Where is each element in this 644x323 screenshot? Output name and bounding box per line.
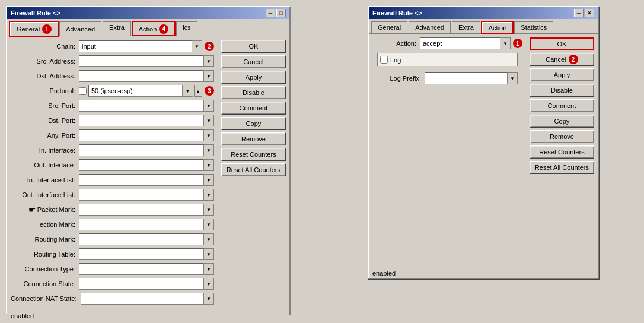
routing-mark-label: Routing Mark:	[11, 236, 79, 243]
in-interface-list-select[interactable]	[79, 174, 214, 186]
reset-counters-button[interactable]: Reset Counters	[221, 148, 286, 161]
connection-nat-state-label: Connection NAT State:	[11, 295, 81, 302]
copy-button[interactable]: Copy	[221, 117, 286, 130]
out-interface-list-label: Out. Interface List:	[11, 191, 79, 198]
src-port-input[interactable]	[79, 100, 203, 112]
remove-button[interactable]: Remove	[221, 132, 286, 145]
connection-state-select[interactable]	[79, 278, 214, 290]
protocol-scroll[interactable]: ▲	[194, 85, 202, 97]
in-interface-wrapper: ▼	[79, 144, 214, 156]
left-content-area: Chain: input ▼ 2 Src. Address: ▼	[7, 36, 289, 311]
left-tabs: General 1 Advanced Extra Action 4 ics	[7, 19, 289, 36]
tab-general[interactable]: General 1	[9, 21, 58, 36]
src-port-wrapper: ▼	[79, 100, 214, 112]
out-interface-list-row: Out. Interface List: ▼	[11, 188, 214, 201]
left-title-buttons: ─ □	[266, 9, 286, 17]
tab-action[interactable]: Action 4	[132, 21, 176, 36]
left-window-title: Firewall Rule <>	[11, 10, 60, 17]
any-port-input[interactable]	[79, 129, 203, 141]
connection-mark-select[interactable]	[79, 218, 214, 230]
right-comment-button[interactable]: Comment	[530, 99, 594, 112]
left-status-text: enabled	[11, 312, 34, 319]
connection-nat-state-select[interactable]	[81, 293, 214, 305]
routing-mark-select[interactable]	[79, 233, 214, 245]
dst-address-input[interactable]	[79, 70, 203, 82]
right-tab-statistics[interactable]: Statistics	[514, 21, 553, 33]
chain-row: Chain: input ▼ 2	[11, 40, 214, 53]
connection-type-select[interactable]	[79, 263, 214, 275]
right-button-panel: OK Cancel 2 Apply Disable Comment Copy R…	[526, 34, 598, 268]
in-interface-row: In. Interface: ▼	[11, 144, 214, 157]
chain-select-wrapper: input ▼	[79, 40, 202, 52]
tab-advanced[interactable]: Advanced	[59, 21, 101, 36]
right-form-panel: Action: accept ▼ 1 Log Log Prefix:	[369, 34, 526, 268]
apply-button[interactable]: Apply	[221, 71, 286, 84]
out-interface-row: Out. Interface: ▼	[11, 159, 214, 172]
src-address-label: Src. Address:	[11, 58, 79, 65]
protocol-row: Protocol: 50 (ipsec-esp) ▼ ▲ 3	[11, 84, 214, 97]
comment-button[interactable]: Comment	[221, 102, 286, 115]
right-minimize-icon: ─	[577, 10, 581, 16]
connection-state-label: Connection State:	[11, 280, 79, 287]
cancel-button[interactable]: Cancel	[221, 55, 286, 68]
src-port-arrow[interactable]: ▼	[203, 100, 214, 112]
right-copy-button[interactable]: Copy	[530, 115, 594, 128]
connection-mark-row: ection Mark: ▼	[11, 218, 214, 231]
right-window-title: Firewall Rule <>	[372, 10, 422, 17]
src-port-row: Src. Port: ▼	[11, 99, 214, 112]
log-checkbox[interactable]	[380, 56, 388, 64]
src-address-input-wrapper: ▼	[79, 55, 214, 67]
right-tab-advanced[interactable]: Advanced	[409, 21, 451, 33]
dst-port-input[interactable]	[79, 115, 203, 126]
in-interface-select[interactable]	[79, 144, 214, 156]
right-tab-extra[interactable]: Extra	[452, 21, 480, 33]
right-tab-general[interactable]: General	[371, 21, 407, 33]
packet-mark-row: ☛Packet Mark: ▼	[11, 203, 214, 216]
ok-button[interactable]: OK	[221, 40, 286, 53]
protocol-dropdown-icon[interactable]: ▼	[183, 85, 193, 97]
dst-address-arrow[interactable]: ▼	[203, 70, 214, 82]
log-area: Log	[377, 53, 518, 66]
routing-table-row: Routing Table: ▼	[11, 248, 214, 261]
any-port-arrow[interactable]: ▼	[203, 129, 214, 141]
right-tab-action-label: Action	[489, 24, 507, 31]
chain-select[interactable]: input	[79, 40, 202, 52]
disable-button[interactable]: Disable	[221, 86, 286, 99]
src-address-input[interactable]	[79, 55, 203, 67]
right-reset-all-counters-button[interactable]: Reset All Counters	[530, 161, 594, 174]
right-remove-button[interactable]: Remove	[530, 130, 594, 143]
right-disable-button[interactable]: Disable	[530, 84, 594, 97]
protocol-value-display: 50 (ipsec-esp)	[88, 85, 183, 97]
connection-state-row: Connection State: ▼	[11, 277, 214, 290]
maximize-button[interactable]: □	[276, 9, 286, 17]
right-tab-action[interactable]: Action	[482, 21, 514, 34]
right-content-area: Action: accept ▼ 1 Log Log Prefix:	[369, 33, 598, 268]
right-close-button[interactable]: ✕	[585, 9, 594, 17]
src-address-row: Src. Address: ▼	[11, 55, 214, 68]
dst-port-arrow[interactable]: ▼	[203, 115, 214, 126]
in-interface-list-label: In. Interface List:	[11, 176, 79, 183]
left-status-bar: enabled	[7, 311, 289, 321]
right-ok-button[interactable]: OK	[530, 37, 594, 50]
tab-extra[interactable]: Extra	[103, 21, 131, 36]
right-reset-counters-button[interactable]: Reset Counters	[530, 145, 594, 159]
minimize-button[interactable]: ─	[266, 9, 275, 17]
log-prefix-select[interactable]	[425, 72, 518, 84]
right-minimize-button[interactable]: ─	[574, 9, 584, 17]
dst-address-label: Dst. Address:	[11, 72, 79, 80]
out-interface-select[interactable]	[79, 159, 214, 171]
connection-nat-state-wrapper: ▼	[81, 293, 214, 305]
right-apply-button[interactable]: Apply	[530, 68, 594, 81]
connection-type-wrapper: ▼	[79, 263, 214, 275]
any-port-wrapper: ▼	[79, 129, 214, 141]
action-select[interactable]: accept	[420, 37, 511, 49]
reset-all-counters-button[interactable]: Reset All Counters	[221, 163, 286, 176]
packet-mark-select[interactable]	[79, 204, 214, 216]
protocol-checkbox[interactable]	[79, 87, 87, 95]
routing-table-select[interactable]	[79, 248, 214, 260]
right-cancel-label: Cancel	[546, 56, 566, 63]
tab-ics[interactable]: ics	[176, 21, 197, 36]
out-interface-list-select[interactable]	[79, 189, 214, 201]
src-address-arrow[interactable]: ▼	[203, 55, 214, 67]
right-cancel-button[interactable]: Cancel 2	[530, 53, 594, 66]
